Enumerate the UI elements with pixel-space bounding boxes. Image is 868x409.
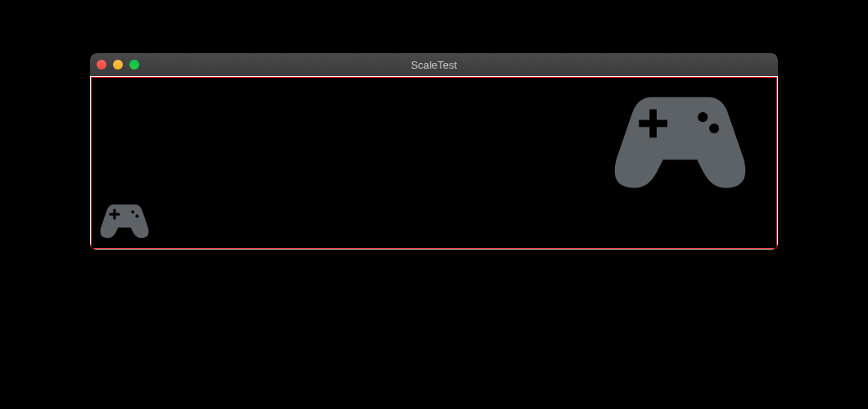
svg-point-7 xyxy=(709,124,719,133)
zoom-button[interactable] xyxy=(129,60,139,70)
minimize-button[interactable] xyxy=(113,60,123,70)
titlebar[interactable]: ScaleTest xyxy=(90,53,778,76)
app-window: ScaleTest xyxy=(90,53,778,249)
game-controller-icon xyxy=(98,200,151,240)
svg-point-3 xyxy=(135,214,138,218)
svg-point-2 xyxy=(131,210,134,213)
svg-rect-5 xyxy=(649,110,657,138)
svg-rect-1 xyxy=(113,209,115,220)
svg-point-6 xyxy=(698,112,708,122)
window-title: ScaleTest xyxy=(90,59,778,71)
content-frame xyxy=(91,77,777,249)
window-content xyxy=(90,76,778,249)
game-controller-icon xyxy=(608,86,752,192)
traffic-lights xyxy=(97,60,139,70)
close-button[interactable] xyxy=(97,60,106,70)
